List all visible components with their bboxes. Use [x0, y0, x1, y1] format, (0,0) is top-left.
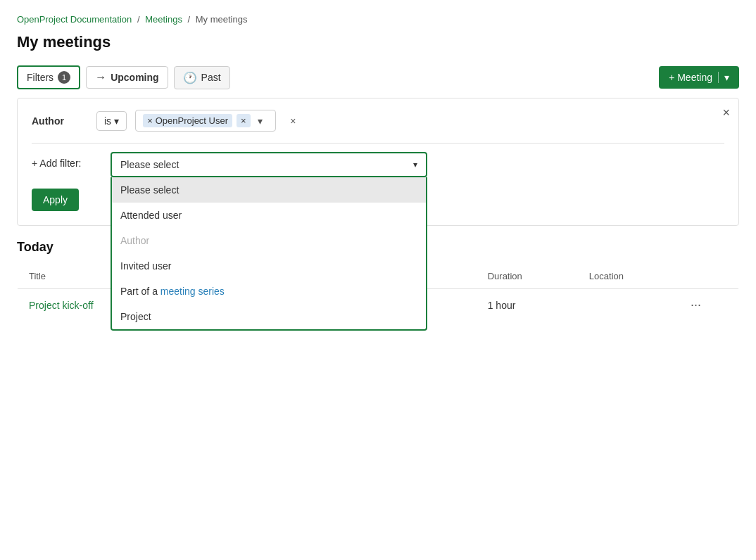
filter-tag: × OpenProject User: [143, 114, 232, 127]
filters-button[interactable]: Filters 1: [17, 65, 80, 89]
past-label: Past: [201, 72, 221, 83]
upcoming-tab[interactable]: → Upcoming: [86, 66, 168, 89]
row-actions: ···: [679, 289, 738, 322]
breadcrumb-link-openproject[interactable]: OpenProject Documentation: [17, 14, 132, 25]
past-icon: 🕐: [183, 71, 197, 84]
filter-value-remove-all[interactable]: ×: [237, 114, 251, 127]
breadcrumb: OpenProject Documentation / Meetings / M…: [17, 14, 739, 25]
filter-panel-close-button[interactable]: ×: [722, 106, 730, 120]
filters-label: Filters: [27, 72, 53, 83]
filter-divider: [32, 143, 724, 144]
col-duration: Duration: [477, 264, 578, 289]
filter-remove-button[interactable]: ×: [290, 115, 296, 127]
filter-tag-remove[interactable]: ×: [147, 115, 153, 126]
filter-select-wrapper: Please select ▾ Please select Attended u…: [111, 152, 427, 177]
new-meeting-chevron: ▾: [718, 72, 729, 83]
col-location: Location: [578, 264, 679, 289]
operator-label: is: [104, 115, 111, 127]
breadcrumb-sep-2: /: [188, 14, 193, 25]
col-actions: [679, 264, 738, 289]
upcoming-label: Upcoming: [111, 72, 158, 83]
toolbar-left: Filters 1 → Upcoming 🕐 Past: [17, 65, 230, 89]
filter-tag-value: OpenProject User: [156, 115, 228, 126]
past-tab[interactable]: 🕐 Past: [174, 66, 230, 89]
author-filter-label: Author: [32, 115, 88, 127]
meeting-series-text: Part of a meeting series: [120, 286, 225, 297]
new-meeting-button[interactable]: + Meeting ▾: [659, 66, 739, 89]
dropdown-item-project[interactable]: Project: [112, 304, 426, 329]
select-arrow-icon: ▾: [413, 160, 417, 170]
dropdown-item-meeting-series[interactable]: Part of a meeting series: [112, 279, 426, 304]
filter-value-container: × OpenProject User × ▾: [135, 110, 276, 132]
dropdown-item-author: Author: [112, 228, 426, 253]
add-filter-label: + Add filter:: [32, 152, 102, 169]
filter-operator-dropdown[interactable]: is ▾: [96, 111, 127, 131]
filter-dropdown-menu: Please select Attended user Author Invit…: [111, 177, 427, 331]
row-location: [578, 289, 679, 322]
breadcrumb-link-meetings[interactable]: Meetings: [145, 14, 182, 25]
filter-select-trigger[interactable]: Please select ▾: [111, 152, 427, 177]
row-more-button[interactable]: ···: [691, 298, 701, 312]
breadcrumb-current: My meetings: [196, 14, 248, 25]
page-title: My meetings: [17, 33, 739, 51]
dropdown-item-attended-user[interactable]: Attended user: [112, 203, 426, 228]
new-meeting-label: + Meeting: [669, 72, 712, 83]
toolbar: Filters 1 → Upcoming 🕐 Past + Meeting ▾: [17, 65, 739, 89]
apply-button[interactable]: Apply: [32, 189, 79, 211]
dropdown-item-please-select[interactable]: Please select: [112, 177, 426, 203]
add-filter-row: + Add filter: Please select ▾ Please sel…: [32, 152, 724, 177]
select-placeholder: Please select: [120, 159, 179, 170]
meeting-title-link[interactable]: Project kick-off: [29, 300, 94, 311]
filter-panel: × Author is ▾ × OpenProject User × ▾ × +…: [17, 98, 739, 226]
author-filter-row: Author is ▾ × OpenProject User × ▾ ×: [32, 110, 724, 132]
breadcrumb-sep-1: /: [137, 14, 142, 25]
dropdown-item-invited-user[interactable]: Invited user: [112, 253, 426, 279]
upcoming-icon: →: [95, 71, 106, 84]
operator-chevron: ▾: [114, 115, 119, 127]
filter-value-chevron[interactable]: ▾: [258, 115, 263, 127]
row-duration: 1 hour: [477, 289, 578, 322]
filters-count: 1: [58, 71, 70, 84]
